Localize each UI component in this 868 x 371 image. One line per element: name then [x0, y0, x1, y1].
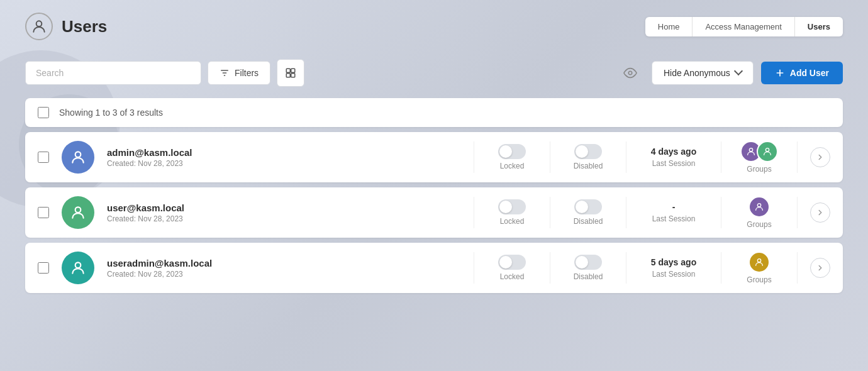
svg-point-17	[757, 259, 760, 262]
svg-rect-7	[291, 74, 295, 77]
add-user-button[interactable]: Add User	[761, 62, 843, 84]
disabled-toggle-1: Disabled	[563, 144, 613, 170]
groups-label-1: Groups	[747, 165, 771, 174]
grid-view-button[interactable]	[277, 59, 304, 87]
disabled-label-3: Disabled	[574, 272, 603, 281]
table-row: useradmin@kasm.local Created: Nov 28, 20…	[25, 243, 843, 293]
avatar-2	[62, 196, 94, 229]
locked-toggle-switch-1[interactable]	[498, 144, 526, 159]
table-header-row: Showing 1 to 3 of 3 results	[25, 98, 843, 127]
table-row: user@kasm.local Created: Nov 28, 2023 Lo…	[25, 187, 843, 238]
locked-label-1: Locked	[500, 162, 525, 170]
groups-2: Groups	[734, 196, 784, 229]
plus-icon	[775, 68, 785, 78]
user-created-3: Created: Nov 28, 2023	[107, 270, 461, 279]
breadcrumb-users[interactable]: Users	[795, 17, 843, 36]
group-avatar-2a	[748, 196, 770, 218]
groups-label-2: Groups	[747, 220, 771, 229]
row-arrow-1[interactable]	[810, 147, 830, 167]
divider-1e	[797, 141, 798, 173]
showing-text: Showing 1 to 3 of 3 results	[59, 108, 163, 118]
group-avatars-2	[748, 196, 770, 218]
divider-3d	[721, 252, 721, 284]
session-time-2: -	[672, 202, 676, 212]
page-container: Users Home Access Management Users Filte…	[0, 0, 868, 311]
divider-2e	[797, 197, 798, 228]
groups-3: Groups	[734, 252, 784, 284]
locked-toggle-switch-3[interactable]	[498, 255, 526, 270]
divider-1c	[626, 141, 626, 173]
breadcrumb-access[interactable]: Access Management	[693, 17, 794, 36]
groups-label-3: Groups	[747, 275, 771, 284]
user-email-2: user@kasm.local	[107, 202, 461, 213]
locked-label-3: Locked	[500, 272, 525, 281]
row-checkbox-1[interactable]	[38, 152, 49, 163]
locked-toggle-switch-2[interactable]	[498, 199, 526, 214]
search-input[interactable]	[25, 61, 201, 85]
svg-rect-5	[291, 69, 295, 72]
breadcrumb: Home Access Management Users	[645, 17, 843, 36]
page-header: Users Home Access Management Users	[25, 13, 843, 40]
divider-3c	[626, 252, 626, 284]
svg-rect-6	[286, 74, 290, 77]
svg-point-14	[75, 207, 81, 213]
row-checkbox-3[interactable]	[38, 262, 49, 274]
hide-anonymous-dropdown[interactable]: Hide Anonymous	[652, 61, 754, 85]
eye-button[interactable]	[616, 59, 644, 87]
toolbar: Filters Hide Anonymous	[25, 59, 843, 87]
toolbar-right: Hide Anonymous Add User	[616, 59, 843, 87]
locked-toggle-1: Locked	[487, 144, 537, 170]
session-label-1: Last Session	[652, 159, 696, 168]
divider-2d	[721, 197, 721, 228]
group-avatars-3	[748, 252, 770, 273]
user-info-3: useradmin@kasm.local Created: Nov 28, 20…	[107, 258, 461, 279]
session-label-2: Last Session	[652, 214, 696, 223]
locked-label-2: Locked	[500, 217, 525, 226]
filters-button[interactable]: Filters	[208, 61, 270, 85]
hide-anonymous-label: Hide Anonymous	[664, 68, 730, 78]
divider-2c	[626, 197, 626, 228]
groups-1: Groups	[734, 141, 784, 174]
toolbar-left: Filters	[25, 59, 304, 87]
header-left: Users	[25, 13, 107, 40]
session-1: 4 days ago Last Session	[639, 147, 708, 168]
divider-3e	[797, 252, 798, 284]
user-created-1: Created: Nov 28, 2023	[107, 159, 461, 168]
select-all-checkbox[interactable]	[38, 107, 49, 118]
avatar-3	[62, 252, 94, 284]
breadcrumb-home[interactable]: Home	[645, 17, 693, 36]
disabled-toggle-2: Disabled	[563, 199, 613, 226]
session-2: - Last Session	[639, 202, 708, 223]
divider-3b	[550, 252, 550, 284]
disabled-toggle-switch-1[interactable]	[574, 144, 602, 159]
disabled-toggle-switch-2[interactable]	[574, 199, 602, 214]
svg-point-13	[765, 148, 769, 152]
session-time-3: 5 days ago	[651, 257, 696, 267]
chevron-down-icon	[734, 67, 743, 75]
user-created-2: Created: Nov 28, 2023	[107, 214, 461, 223]
page-title: Users	[62, 17, 107, 36]
svg-point-16	[75, 262, 81, 268]
group-avatar-3a	[748, 252, 770, 273]
filters-label: Filters	[235, 68, 259, 78]
row-arrow-2[interactable]	[810, 202, 830, 223]
group-avatar-1b	[757, 141, 778, 162]
users-table: Showing 1 to 3 of 3 results admin@kasm.l…	[25, 98, 843, 293]
users-icon	[25, 13, 53, 40]
grid-icon	[285, 67, 296, 79]
session-3: 5 days ago Last Session	[639, 257, 708, 279]
table-row: admin@kasm.local Created: Nov 28, 2023 L…	[25, 132, 843, 182]
row-arrow-3[interactable]	[810, 258, 830, 278]
user-email-3: useradmin@kasm.local	[107, 258, 461, 269]
eye-icon	[623, 66, 637, 80]
disabled-label-2: Disabled	[574, 217, 603, 226]
divider-1a	[474, 141, 474, 173]
user-info-2: user@kasm.local Created: Nov 28, 2023	[107, 202, 461, 223]
divider-1d	[721, 141, 721, 173]
row-checkbox-2[interactable]	[38, 207, 49, 218]
divider-2a	[474, 197, 474, 228]
locked-toggle-2: Locked	[487, 199, 537, 226]
svg-point-0	[36, 21, 42, 26]
session-label-3: Last Session	[652, 270, 696, 279]
disabled-toggle-switch-3[interactable]	[574, 255, 602, 270]
